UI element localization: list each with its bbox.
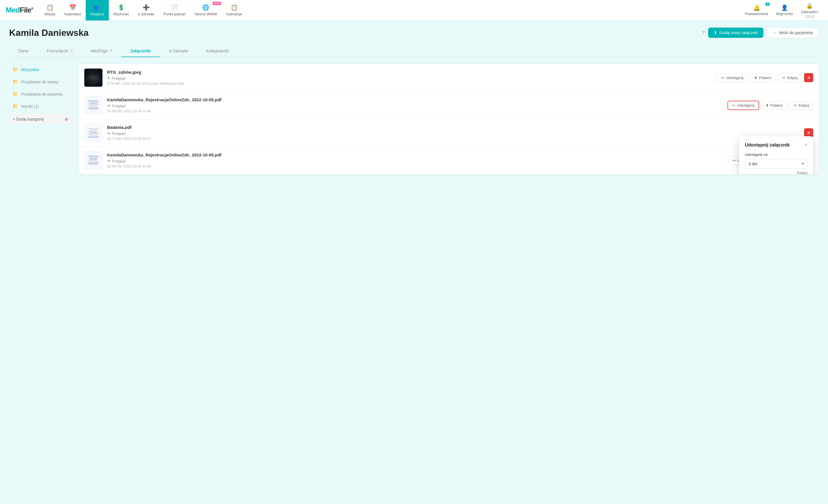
nav-item-kalendarz[interactable]: 📅 Kalendarz xyxy=(60,0,86,20)
new-badge: NEW xyxy=(213,2,221,5)
file-row-1: RTG_zębów.jpeg 👁 Podgląd 8.76 MB / 2024-… xyxy=(79,64,819,92)
preview-link-3[interactable]: 👁 Podgląd xyxy=(107,131,126,136)
lock-icon: 🔒 xyxy=(806,2,813,9)
eye-icon-3: 👁 xyxy=(107,131,111,136)
add-attachment-button[interactable]: ⬆ Dodaj nowy załącznik xyxy=(708,28,764,38)
nav-item-punkt-pobran[interactable]: 📄 Punkt pobrań xyxy=(159,0,190,20)
duration-label: Udostępnij na: xyxy=(745,152,808,157)
file-name-1: RTG_zębów.jpeg xyxy=(107,70,712,75)
strona-www-icon: 🌐 xyxy=(202,4,209,11)
nav-label-moje-konto: Moje konto xyxy=(776,12,793,16)
sidebar-item-wszystkie[interactable]: 📁 Wszystkie xyxy=(9,64,72,75)
share-popup-header: Udostępnij załącznik × xyxy=(745,142,808,148)
logo[interactable]: MedFile® xyxy=(6,6,33,14)
tab-zalaczniki[interactable]: Załączniki xyxy=(121,45,160,57)
share-button-2[interactable]: ↪ Udostępnij xyxy=(728,101,759,110)
file-meta-1: 8.76 MB / 2024-10-18 13:50 przez Aleksan… xyxy=(107,82,712,86)
file-thumb-1 xyxy=(84,68,102,87)
eye-icon-1: 👁 xyxy=(107,76,111,81)
share-icon-1: ↪ xyxy=(721,76,724,80)
nav-item-wizyty[interactable]: 📋 Wizyty xyxy=(40,0,60,20)
formularze-help-icon[interactable]: ? xyxy=(71,49,73,53)
main-layout: 📁 Wszystkie 📁 Przypisane do wizyty 📁 Prz… xyxy=(9,64,819,174)
sidebar-item-przypisane-pacjenta[interactable]: 📁 Przypisane do pacjenta xyxy=(9,88,72,99)
nav-item-instrukcje[interactable]: 📋 Instrukcje xyxy=(221,0,247,20)
file-thumb-2 xyxy=(84,96,102,114)
back-arrow-icon: ← xyxy=(773,31,777,35)
tab-formularze[interactable]: Formularze ? xyxy=(38,45,82,57)
pencil-icon-2: ✏ xyxy=(794,103,797,107)
preview-link-2[interactable]: 👁 Podgląd xyxy=(107,104,126,108)
share-popup-close-button[interactable]: × xyxy=(804,142,808,148)
tab-medsign[interactable]: MedSign ? xyxy=(82,45,121,57)
nav-zabezpiecz[interactable]: 🔒 Zabezpiecz 119:15 xyxy=(797,0,822,20)
notification-badge: 3 xyxy=(765,2,770,6)
tab-dane[interactable]: Dane xyxy=(9,45,38,57)
tab-ezdrowie[interactable]: e-Zdrowie xyxy=(160,45,197,57)
page-header: Kamila Daniewska ? ⬆ Dodaj nowy załączni… xyxy=(9,27,819,38)
file-info-2: KamilaDaniewska_RejestracjaOnlineZdn_202… xyxy=(107,97,723,113)
sidebar-item-przypisane-wizyty[interactable]: 📁 Przypisane do wizyty xyxy=(9,76,72,87)
kalendarz-icon: 📅 xyxy=(69,4,76,11)
gear-icon[interactable]: ⚙ xyxy=(65,117,68,122)
download-button-2[interactable]: ⬇ Pobierz xyxy=(761,101,787,110)
bell-icon: 🔔 xyxy=(753,4,760,11)
back-to-patients-button[interactable]: ← Wróć do pacjentów xyxy=(767,27,819,38)
share-popup: Udostępnij załącznik × Udostępnij na: 1 … xyxy=(739,136,813,174)
nav-label-strona-www: Strona WWW xyxy=(195,12,217,16)
file-meta-2: 53.38 KB / 2022-10-04 10:48 xyxy=(107,109,723,113)
instrukcje-icon: 📋 xyxy=(231,4,238,11)
nav-item-rachunki[interactable]: 💲 Rachunki xyxy=(109,0,133,20)
delete-button-1[interactable]: ✕ xyxy=(804,73,813,82)
nav-label-wizyty: Wizyty xyxy=(44,12,55,16)
file-info-4: KamilaDaniewska_RejestracjaOnlineZdn_202… xyxy=(107,152,723,168)
file-actions-1: ↪ Udostępnij ⬇ Pobierz ✏ Edytuj ✕ xyxy=(717,73,813,82)
file-actions-2: ↪ Udostępnij ⬇ Pobierz ✏ Edytuj xyxy=(728,101,813,110)
logo-text: MedFile® xyxy=(6,6,33,14)
header-actions: ? ⬆ Dodaj nowy załącznik ← Wróć do pacje… xyxy=(702,27,819,38)
eye-icon-4: 👁 xyxy=(107,159,111,163)
file-info-1: RTG_zębów.jpeg 👁 Podgląd 8.76 MB / 2024-… xyxy=(107,70,712,86)
nav-right: 3 🔔 Powiadomienia 👤 Moje konto 🔒 Zabezpi… xyxy=(741,0,822,20)
share-icon-2: ↪ xyxy=(732,103,735,107)
file-meta-4: 53.39 KB / 2022-10-04 10:46 xyxy=(107,165,723,168)
nav-moje-konto[interactable]: 👤 Moje konto xyxy=(772,0,797,20)
nav-label-rachunki: Rachunki xyxy=(113,12,129,16)
edit-button-1[interactable]: ✏ Edytuj xyxy=(778,74,802,82)
nav-label-kalendarz: Kalendarz xyxy=(64,12,81,16)
nav-powiadomienia[interactable]: 3 🔔 Powiadomienia xyxy=(741,0,772,20)
share-popup-title: Udostępnij załącznik xyxy=(745,142,790,148)
nav-items: 📋 Wizyty 📅 Kalendarz 👥 Pacjenci 💲 Rachun… xyxy=(40,0,741,20)
navbar: MedFile® 📋 Wizyty 📅 Kalendarz 👥 Pacjenci… xyxy=(0,0,828,20)
header-help-icon[interactable]: ? xyxy=(702,30,705,35)
edit-platform-link[interactable]: Edytuj xyxy=(797,171,808,174)
duration-select[interactable]: 1 dzień 3 dni 7 dni 14 dni 30 dni xyxy=(745,159,808,169)
ezdrowie-icon: ➕ xyxy=(143,4,150,11)
file-list: RTG_zębów.jpeg 👁 Podgląd 8.76 MB / 2024-… xyxy=(79,64,819,174)
preview-link-4[interactable]: 👁 Podgląd xyxy=(107,159,126,163)
tab-ksiegowosc[interactable]: Księgowość xyxy=(197,45,238,57)
file-row-3: Badania.pdf 👁 Podgląd 32.72 KB / 2022-10… xyxy=(79,119,819,147)
rachunki-icon: 💲 xyxy=(118,4,125,11)
file-meta-3: 32.72 KB / 2022-10-04 10:47 xyxy=(107,137,799,141)
preview-link-1[interactable]: 👁 Podgląd xyxy=(107,76,126,81)
file-name-4: KamilaDaniewska_RejestracjaOnlineZdn_202… xyxy=(107,152,723,157)
download-button-1[interactable]: ⬇ Pobierz xyxy=(750,74,776,82)
edit-button-2[interactable]: ✏ Edytuj xyxy=(790,101,813,110)
medsign-help-icon[interactable]: ? xyxy=(110,49,112,53)
nav-label-zabezpiecz: Zabezpiecz xyxy=(801,10,818,14)
file-name-2: KamilaDaniewska_RejestracjaOnlineZdn_202… xyxy=(107,97,723,102)
folder-icon-wyniki: 📁 xyxy=(12,103,18,109)
file-thumb-3 xyxy=(84,124,102,142)
upload-icon: ⬆ xyxy=(714,31,717,35)
nav-item-strona-www[interactable]: NEW 🌐 Strona WWW xyxy=(190,0,221,20)
add-category-button[interactable]: + Dodaj kategorię ⚙ xyxy=(9,114,72,124)
nav-item-ezdrowie[interactable]: ➕ e-Zdrowie xyxy=(133,0,159,20)
user-icon: 👤 xyxy=(781,4,788,11)
nav-label-punkt-pobran: Punkt pobrań xyxy=(163,12,185,16)
folder-icon-wszystkie: 📁 xyxy=(12,67,18,72)
sidebar-item-wyniki[interactable]: 📁 Wyniki (1) xyxy=(9,101,72,112)
nav-item-pacjenci[interactable]: 👥 Pacjenci xyxy=(86,0,109,20)
svg-rect-3 xyxy=(87,77,89,79)
share-button-1[interactable]: ↪ Udostępnij xyxy=(717,74,747,82)
